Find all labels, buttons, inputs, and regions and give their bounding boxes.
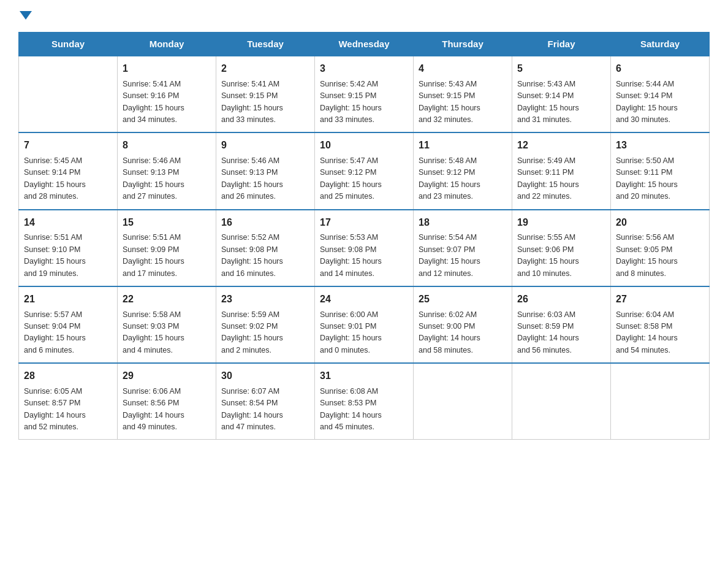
day-number: 19: [517, 215, 605, 231]
day-info: Sunrise: 5:56 AMSunset: 9:05 PMDaylight:…: [616, 232, 704, 280]
day-cell: 19Sunrise: 5:55 AMSunset: 9:06 PMDayligh…: [512, 210, 611, 286]
day-cell: 15Sunrise: 5:51 AMSunset: 9:09 PMDayligh…: [118, 210, 216, 286]
day-number: 5: [517, 61, 605, 77]
day-cell: 8Sunrise: 5:46 AMSunset: 9:13 PMDaylight…: [118, 132, 216, 209]
day-info: Sunrise: 6:06 AMSunset: 8:56 PMDaylight:…: [123, 386, 211, 434]
day-number: 2: [221, 61, 309, 77]
calendar-table: SundayMondayTuesdayWednesdayThursdayFrid…: [18, 32, 710, 440]
header-cell-saturday: Saturday: [611, 33, 710, 56]
day-info: Sunrise: 6:02 AMSunset: 9:00 PMDaylight:…: [419, 309, 507, 357]
day-info: Sunrise: 6:00 AMSunset: 9:01 PMDaylight:…: [320, 309, 408, 357]
logo-triangle-icon: [20, 11, 32, 20]
day-info: Sunrise: 5:57 AMSunset: 9:04 PMDaylight:…: [24, 309, 112, 357]
day-number: 31: [320, 369, 408, 384]
day-info: Sunrise: 5:45 AMSunset: 9:14 PMDaylight:…: [24, 155, 112, 203]
day-info: Sunrise: 5:46 AMSunset: 9:13 PMDaylight:…: [123, 155, 211, 203]
day-cell: 24Sunrise: 6:00 AMSunset: 9:01 PMDayligh…: [315, 286, 414, 363]
header-cell-tuesday: Tuesday: [216, 33, 315, 56]
header-row: SundayMondayTuesdayWednesdayThursdayFrid…: [19, 33, 710, 56]
day-cell: 29Sunrise: 6:06 AMSunset: 8:56 PMDayligh…: [118, 363, 216, 440]
day-cell: 4Sunrise: 5:43 AMSunset: 9:15 PMDaylight…: [414, 56, 512, 132]
day-cell: 22Sunrise: 5:58 AMSunset: 9:03 PMDayligh…: [118, 286, 216, 363]
day-number: 3: [320, 61, 408, 77]
day-cell: 10Sunrise: 5:47 AMSunset: 9:12 PMDayligh…: [315, 132, 414, 209]
day-number: 24: [320, 292, 408, 307]
calendar-header: SundayMondayTuesdayWednesdayThursdayFrid…: [19, 33, 710, 56]
day-cell: 12Sunrise: 5:49 AMSunset: 9:11 PMDayligh…: [512, 132, 611, 209]
day-number: 9: [221, 138, 309, 153]
day-info: Sunrise: 5:51 AMSunset: 9:09 PMDaylight:…: [123, 232, 211, 280]
day-number: 13: [616, 138, 704, 153]
day-number: 21: [24, 292, 112, 307]
day-number: 10: [320, 138, 408, 153]
day-info: Sunrise: 5:55 AMSunset: 9:06 PMDaylight:…: [517, 232, 605, 280]
day-cell: 30Sunrise: 6:07 AMSunset: 8:54 PMDayligh…: [216, 363, 315, 440]
day-number: 29: [123, 369, 211, 384]
day-number: 18: [419, 215, 507, 231]
day-cell: [512, 363, 611, 440]
day-cell: [19, 56, 118, 132]
week-row-2: 7Sunrise: 5:45 AMSunset: 9:14 PMDaylight…: [19, 132, 710, 209]
logo: [18, 12, 32, 21]
day-number: 28: [24, 369, 112, 384]
day-cell: 20Sunrise: 5:56 AMSunset: 9:05 PMDayligh…: [611, 210, 710, 286]
day-cell: [414, 363, 512, 440]
day-info: Sunrise: 5:54 AMSunset: 9:07 PMDaylight:…: [419, 232, 507, 280]
day-info: Sunrise: 5:41 AMSunset: 9:16 PMDaylight:…: [123, 79, 211, 126]
day-number: 1: [123, 61, 211, 77]
day-number: 22: [123, 292, 211, 307]
day-info: Sunrise: 5:53 AMSunset: 9:08 PMDaylight:…: [320, 232, 408, 280]
day-number: 23: [221, 292, 309, 307]
week-row-5: 28Sunrise: 6:05 AMSunset: 8:57 PMDayligh…: [19, 363, 710, 440]
day-cell: 6Sunrise: 5:44 AMSunset: 9:14 PMDaylight…: [611, 56, 710, 132]
day-number: 7: [24, 138, 112, 153]
day-info: Sunrise: 6:07 AMSunset: 8:54 PMDaylight:…: [221, 386, 309, 434]
day-number: 30: [221, 369, 309, 384]
day-number: 15: [123, 215, 211, 231]
day-cell: 14Sunrise: 5:51 AMSunset: 9:10 PMDayligh…: [19, 210, 118, 286]
day-info: Sunrise: 5:50 AMSunset: 9:11 PMDaylight:…: [616, 155, 704, 203]
day-number: 27: [616, 292, 704, 307]
day-cell: 23Sunrise: 5:59 AMSunset: 9:02 PMDayligh…: [216, 286, 315, 363]
day-info: Sunrise: 5:51 AMSunset: 9:10 PMDaylight:…: [24, 232, 112, 280]
week-row-4: 21Sunrise: 5:57 AMSunset: 9:04 PMDayligh…: [19, 286, 710, 363]
day-info: Sunrise: 6:04 AMSunset: 8:58 PMDaylight:…: [616, 309, 704, 357]
day-cell: 17Sunrise: 5:53 AMSunset: 9:08 PMDayligh…: [315, 210, 414, 286]
day-number: 14: [24, 215, 112, 231]
day-cell: 5Sunrise: 5:43 AMSunset: 9:14 PMDaylight…: [512, 56, 611, 132]
day-info: Sunrise: 6:05 AMSunset: 8:57 PMDaylight:…: [24, 386, 112, 434]
day-number: 20: [616, 215, 704, 231]
day-number: 11: [419, 138, 507, 153]
day-info: Sunrise: 5:58 AMSunset: 9:03 PMDaylight:…: [123, 309, 211, 357]
day-cell: 25Sunrise: 6:02 AMSunset: 9:00 PMDayligh…: [414, 286, 512, 363]
day-info: Sunrise: 5:42 AMSunset: 9:15 PMDaylight:…: [320, 79, 408, 126]
day-info: Sunrise: 5:46 AMSunset: 9:13 PMDaylight:…: [221, 155, 309, 203]
day-info: Sunrise: 5:44 AMSunset: 9:14 PMDaylight:…: [616, 79, 704, 126]
day-cell: 27Sunrise: 6:04 AMSunset: 8:58 PMDayligh…: [611, 286, 710, 363]
header-cell-monday: Monday: [118, 33, 216, 56]
day-cell: 11Sunrise: 5:48 AMSunset: 9:12 PMDayligh…: [414, 132, 512, 209]
day-cell: 13Sunrise: 5:50 AMSunset: 9:11 PMDayligh…: [611, 132, 710, 209]
day-info: Sunrise: 5:43 AMSunset: 9:14 PMDaylight:…: [517, 79, 605, 126]
header-cell-thursday: Thursday: [414, 33, 512, 56]
header-cell-wednesday: Wednesday: [315, 33, 414, 56]
header-cell-friday: Friday: [512, 33, 611, 56]
week-row-1: 1Sunrise: 5:41 AMSunset: 9:16 PMDaylight…: [19, 56, 710, 132]
header-cell-sunday: Sunday: [19, 33, 118, 56]
day-info: Sunrise: 5:43 AMSunset: 9:15 PMDaylight:…: [419, 79, 507, 126]
day-cell: 31Sunrise: 6:08 AMSunset: 8:53 PMDayligh…: [315, 363, 414, 440]
week-row-3: 14Sunrise: 5:51 AMSunset: 9:10 PMDayligh…: [19, 210, 710, 286]
day-cell: 26Sunrise: 6:03 AMSunset: 8:59 PMDayligh…: [512, 286, 611, 363]
day-cell: 1Sunrise: 5:41 AMSunset: 9:16 PMDaylight…: [118, 56, 216, 132]
calendar-body: 1Sunrise: 5:41 AMSunset: 9:16 PMDaylight…: [19, 56, 710, 440]
day-number: 26: [517, 292, 605, 307]
day-number: 12: [517, 138, 605, 153]
day-number: 17: [320, 215, 408, 231]
page-header: [18, 12, 710, 21]
day-cell: 28Sunrise: 6:05 AMSunset: 8:57 PMDayligh…: [19, 363, 118, 440]
day-number: 25: [419, 292, 507, 307]
day-number: 6: [616, 61, 704, 77]
day-cell: 2Sunrise: 5:41 AMSunset: 9:15 PMDaylight…: [216, 56, 315, 132]
day-cell: 7Sunrise: 5:45 AMSunset: 9:14 PMDaylight…: [19, 132, 118, 209]
day-number: 4: [419, 61, 507, 77]
